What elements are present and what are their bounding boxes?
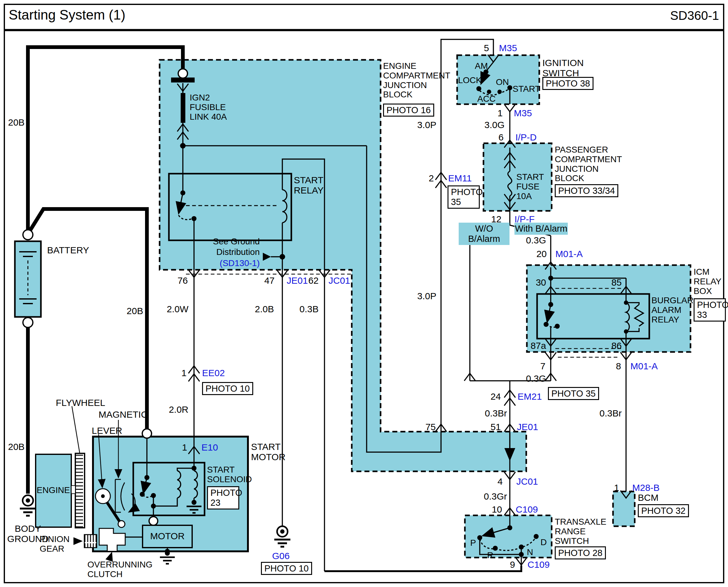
wire-label-03g-out: 0.3G	[526, 373, 546, 383]
em11-photo-ref: PHOTO 35	[447, 185, 480, 209]
trs-photo-ref: PHOTO 28	[555, 546, 606, 559]
wire-bottom-run	[324, 566, 521, 571]
wire-label-03gr: 0.3Gr	[484, 491, 507, 501]
pin-1-m35: 1	[498, 108, 503, 118]
connector-c109-out: C109	[528, 559, 550, 570]
pin-85: 85	[611, 277, 622, 287]
connector-m28b: M28-B	[632, 483, 659, 493]
pin-5-m35: 5	[484, 43, 489, 53]
pin-1-e10: 1	[182, 442, 187, 452]
pin-75: 75	[426, 422, 436, 432]
connector-m01a-in: M01-A	[555, 249, 583, 259]
pin-20-m01a: 20	[536, 249, 547, 259]
pin-30: 30	[536, 277, 546, 287]
fusible-link-label: IGN2 FUSIBLE LINK 40A	[190, 93, 230, 121]
ignition-photo-ref: PHOTO 38	[542, 77, 593, 90]
see-ground-ref: (SD130-1)	[220, 259, 260, 268]
trs-pos-n: N	[527, 548, 533, 557]
trs-pos-r: R	[487, 551, 493, 560]
wire-label-03b: 0.3B	[299, 304, 319, 314]
ignition-switch-label: IGNITION SWITCH	[542, 58, 586, 78]
pinion-gear-label: PINION GEAR	[40, 535, 75, 554]
pin-87a: 87a	[531, 341, 546, 351]
pin-9-c109: 9	[510, 559, 515, 570]
connector-jc01-b: JC01	[516, 476, 538, 487]
wire-label-03g-in: 0.3G	[526, 235, 546, 245]
fusible-link-bar	[181, 93, 185, 123]
ecjb-photo-ref: PHOTO 16	[383, 103, 434, 117]
icm-label: ICM RELAY BOX	[694, 267, 725, 296]
wire-label-20bk: 2.0B	[255, 304, 274, 314]
connector-je01: JE01	[287, 275, 308, 286]
bcm-photo-ref: PHOTO 32	[638, 504, 689, 517]
pin-1-m28b: 1	[614, 483, 619, 493]
wire-label-20b-top: 20B	[8, 117, 24, 127]
start-fuse-label: START FUSE 10A	[516, 172, 546, 201]
bcm-label: BCM	[638, 492, 659, 503]
em21-photo-ref: PHOTO 35	[548, 387, 599, 400]
pin-4-jc01: 4	[498, 476, 503, 487]
connector-g06: G06	[272, 551, 290, 561]
connector-e10: E10	[201, 442, 218, 452]
ignition-pos-am: AM	[475, 62, 488, 71]
g06-ground-icon	[274, 526, 290, 547]
wire-label-30p-lower: 3.0P	[417, 291, 436, 301]
flywheel-label: FLYWHEEL	[56, 398, 105, 408]
wire-label-20b-ground: 20B	[8, 442, 24, 452]
connector-c109-in: C109	[516, 504, 538, 514]
transaxle-range-switch-label: TRANSAXLE RANGE SWITCH	[555, 517, 606, 546]
pin-51: 51	[491, 422, 501, 432]
pin-10-c109: 10	[492, 504, 502, 514]
wire-label-20w: 2.0W	[167, 304, 189, 314]
flywheel-icon	[75, 453, 84, 528]
ignition-pos-start: START	[513, 84, 540, 94]
connector-ipd: I/P-D	[515, 132, 536, 142]
trs-pos-d: D	[540, 538, 547, 547]
connector-je01-b: JE01	[517, 422, 538, 432]
pin-62: 62	[308, 275, 319, 286]
connector-m35-in: M35	[499, 43, 517, 53]
connector-ee02: EE02	[202, 368, 225, 378]
engine-label: ENGINE	[37, 486, 70, 495]
ecjb-label: ENGINE COMPARTMENT JUNCTION BLOCK	[383, 62, 442, 99]
connector-jc01: JC01	[329, 275, 350, 286]
ee02-photo-ref: PHOTO 10	[202, 382, 253, 395]
wire-label-30p-upper: 3.0P	[417, 120, 436, 130]
connector-em11: EM11	[448, 173, 472, 183]
see-ground-label-1: See Ground	[213, 237, 260, 246]
motor-ground-icon	[160, 551, 175, 564]
overrunning-clutch-label: OVERRUNNING CLUTCH	[88, 560, 154, 579]
pin-24-em21: 24	[491, 391, 501, 402]
pin-47: 47	[264, 275, 274, 286]
pin-76: 76	[177, 275, 188, 286]
connector-m35-out: M35	[514, 108, 532, 118]
ignition-pos-acc: ACC	[477, 94, 495, 104]
start-motor-label: START MOTOR	[251, 442, 288, 462]
page-title: Starting System (1)	[9, 7, 125, 22]
wiring-diagram	[0, 0, 728, 587]
battery-label: BATTERY	[47, 245, 89, 255]
pin-1-ee02: 1	[181, 368, 187, 378]
branch-with-balarm: With B/Alarm	[514, 222, 568, 235]
connector-em21: EM21	[517, 391, 542, 402]
branch-wo-balarm: W/O B/Alarm	[459, 222, 510, 245]
doc-code: SD360-1	[670, 9, 719, 22]
g06-photo-ref: PHOTO 10	[261, 562, 312, 575]
see-ground-label-2: Distribution	[216, 248, 260, 257]
bcm-shape	[613, 492, 635, 526]
pin-86: 86	[611, 341, 622, 351]
motor-label: MOTOR	[150, 531, 185, 541]
pinion-gear-icon	[84, 535, 97, 548]
connector-m01a-out: M01-A	[630, 361, 658, 371]
pcjb-label: PASSENGER COMPARTMENT JUNCTION BLOCK	[555, 145, 617, 183]
body-ground-icon	[20, 495, 36, 516]
wire-label-30g: 3.0G	[484, 120, 505, 130]
pin-7: 7	[540, 361, 545, 371]
wire-label-03br: 0.3Br	[485, 408, 507, 418]
magnetic-label: MAGNETIC	[99, 409, 147, 420]
burglar-alarm-relay-label: BURGLAR ALARM RELAY	[652, 296, 693, 324]
trs-pos-p: P	[470, 538, 476, 548]
engine-flywheel-link	[71, 486, 75, 494]
solenoid-photo-ref: PHOTO 23	[207, 486, 239, 510]
start-solenoid-label: START SOLENOID	[207, 465, 253, 484]
